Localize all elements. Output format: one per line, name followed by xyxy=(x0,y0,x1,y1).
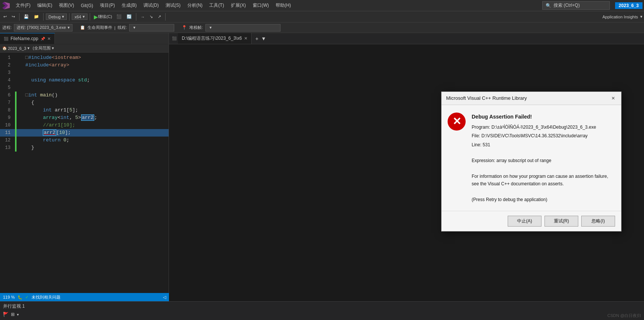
thread-arrow: ▾ xyxy=(133,25,136,30)
menu-build[interactable]: 生成(B) xyxy=(119,2,140,9)
arch-arrow-icon: ▾ xyxy=(83,14,85,19)
separator-2 xyxy=(43,13,44,21)
thread-separator: | xyxy=(115,26,116,30)
lifecycle-icon: 📋 xyxy=(80,25,85,30)
process-label: 进程: xyxy=(2,25,12,30)
callstack-arrow: ▾ xyxy=(210,25,212,30)
debug-mode-dropdown[interactable]: Debug ▾ xyxy=(46,14,67,20)
open-btn[interactable]: 📁 xyxy=(32,14,41,20)
callstack-icon: 📍 xyxy=(182,25,187,30)
separator-4 xyxy=(90,13,90,21)
dialog-body: ✕ Debug Assertion Failed! Program: D:\±à… xyxy=(442,105,621,211)
search-label: 搜索 (Ctrl+Q) xyxy=(554,2,580,9)
grid-icon: ⊞ xyxy=(11,312,15,317)
menu-window[interactable]: 窗口(W) xyxy=(250,2,272,9)
ignore-button[interactable]: 忽略(I) xyxy=(581,216,615,227)
dropdown-arrow-icon: ▾ xyxy=(62,14,64,19)
program-path: Program: D:\±à³ÍÓÏÑÓÁ·î\2023_6_3\x64\Deb… xyxy=(472,124,615,131)
search-box[interactable]: 🔍 搜索 (Ctrl+Q) xyxy=(542,1,610,10)
process-arrow: ▾ xyxy=(68,25,70,30)
debug-mode-label: Debug xyxy=(48,15,60,19)
separator-1 xyxy=(19,13,20,21)
menu-git[interactable]: Git(G) xyxy=(78,2,96,9)
press-retry-text: (Press Retry to debug the application) xyxy=(472,196,615,203)
flag-icon: 🚩 xyxy=(3,312,9,317)
dialog-title: Microsoft Visual C++ Runtime Library xyxy=(446,95,527,101)
grid-arrow: ▾ xyxy=(17,312,19,317)
process-value: 进程: [7900] 2023_6_3.exe xyxy=(17,25,66,30)
continue-button[interactable]: ▶ 继续(C) xyxy=(92,14,113,20)
process-dropdown[interactable]: 进程: [7900] 2023_6_3.exe ▾ xyxy=(14,24,72,32)
continue-label: 继续(C) xyxy=(98,14,112,20)
menu-help[interactable]: 帮助(H) xyxy=(273,2,294,9)
info-text: For information on how your program can … xyxy=(472,173,615,187)
expression-info: Expression: array subscript out of range xyxy=(472,157,615,164)
step-over-btn[interactable]: → xyxy=(139,14,146,20)
line-info: Line: 531 xyxy=(472,141,615,149)
modal-overlay: Microsoft Visual C++ Runtime Library ✕ ✕… xyxy=(0,33,644,320)
menu-tools[interactable]: 工具(T) xyxy=(206,2,227,9)
toolbar: ↩ ↪ 💾 📁 Debug ▾ x64 ▾ ▶ 继续(C) ⬛ 🔄 → ↘ ↗ … xyxy=(0,11,644,23)
debug-bar: 进程: 进程: [7900] 2023_6_3.exe ▾ 📋 生命周期事件 |… xyxy=(0,23,644,33)
watermark: CSDN @白日夜归 xyxy=(608,313,641,318)
arch-dropdown[interactable]: x64 ▾ xyxy=(72,14,87,20)
menu-test[interactable]: 测试(S) xyxy=(163,2,184,9)
abort-button[interactable]: 中止(A) xyxy=(508,216,541,227)
error-icon: ✕ xyxy=(448,113,466,131)
menu-analyze[interactable]: 分析(N) xyxy=(184,2,206,9)
redo-btn[interactable]: ↪ xyxy=(10,14,17,20)
retry-button[interactable]: 重试(R) xyxy=(544,216,578,227)
parallel-watch-title: 并行监视 1 xyxy=(0,302,644,311)
arch-label: x64 xyxy=(74,15,81,19)
separator-3 xyxy=(69,13,69,21)
thread-label: 线程: xyxy=(118,25,127,30)
ai-dropdown-icon: ▾ xyxy=(640,14,642,19)
restart-btn[interactable]: 🔄 xyxy=(125,14,134,20)
menu-bar: 文件(F) 编辑(E) 视图(V) Git(G) 项目(P) 生成(B) 调试(… xyxy=(0,0,644,11)
project-title-badge: 2023_6_3 xyxy=(615,2,642,9)
parallel-watch-panel: 并行监视 1 🚩 ⊞ ▾ xyxy=(0,301,644,320)
step-out-btn[interactable]: ↗ xyxy=(156,14,163,20)
callstack-label: 堆栈帧: xyxy=(189,25,203,30)
menu-edit[interactable]: 编辑(E) xyxy=(34,2,55,9)
assertion-title: Debug Assertion Failed! xyxy=(472,113,615,121)
lifecycle-label: 生命周期事件 xyxy=(87,25,112,30)
undo-btn[interactable]: ↩ xyxy=(2,14,9,20)
parallel-watch-toolbar: 🚩 ⊞ ▾ xyxy=(0,311,644,318)
file-path: File: D:\VSIDE\VC\Tools\MSVC\14.36.32532… xyxy=(472,132,615,140)
play-icon: ▶ xyxy=(94,14,98,20)
search-icon: 🔍 xyxy=(546,3,551,8)
dialog-footer: 中止(A) 重试(R) 忽略(I) xyxy=(442,211,621,231)
error-dialog: Microsoft Visual C++ Runtime Library ✕ ✕… xyxy=(441,92,621,231)
separator-6 xyxy=(165,13,166,21)
menu-extensions[interactable]: 扩展(X) xyxy=(228,2,249,9)
thread-dropdown[interactable]: ▾ xyxy=(129,24,174,32)
callstack-dropdown[interactable]: ▾ xyxy=(205,24,281,32)
separator-5 xyxy=(136,13,136,21)
menu-debug[interactable]: 调试(D) xyxy=(140,2,162,9)
menu-project[interactable]: 项目(P) xyxy=(97,2,118,9)
dialog-titlebar: Microsoft Visual C++ Runtime Library ✕ xyxy=(442,92,621,105)
stop-btn[interactable]: ⬛ xyxy=(115,14,124,20)
save-btn[interactable]: 💾 xyxy=(22,14,31,20)
dialog-text: Debug Assertion Failed! Program: D:\±à³Í… xyxy=(472,113,615,205)
menu-file[interactable]: 文件(F) xyxy=(13,2,33,9)
app-logo xyxy=(2,1,11,10)
error-icon-container: ✕ xyxy=(448,113,466,131)
application-insights-label: Application Insights xyxy=(602,15,638,19)
dialog-close-button[interactable]: ✕ xyxy=(610,95,617,102)
menu-view[interactable]: 视图(V) xyxy=(56,2,77,9)
step-into-btn[interactable]: ↘ xyxy=(148,14,155,20)
toolbar-right: Application Insights ▾ xyxy=(602,14,642,19)
